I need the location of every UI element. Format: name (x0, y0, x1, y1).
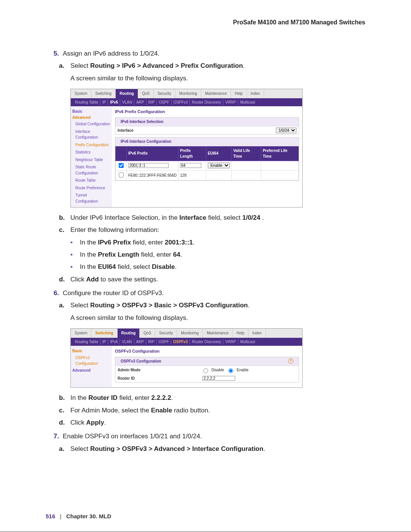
subtab2-vlan[interactable]: VLAN (120, 339, 134, 345)
admin-mode-label: Admin Mode (118, 367, 163, 373)
subtab2-ospfv3[interactable]: OSPFv3 (171, 339, 190, 345)
th-prefix-length: Prefix Length (178, 146, 206, 161)
side-advanced[interactable]: Advanced (72, 115, 110, 121)
th-preferred-life: Preferred Life Time (261, 146, 299, 161)
bullet-icon: • (70, 250, 80, 260)
subtab-ospf[interactable]: OSPF (157, 99, 171, 105)
tab-help[interactable]: Help (231, 89, 247, 98)
sidebar: Basic Advanced Global Configuration Inte… (71, 106, 112, 207)
page-header: ProSafe M4100 and M7100 Managed Switches (46, 19, 365, 26)
step-6b-num: b. (59, 393, 70, 403)
subtab-rip[interactable]: RIP (147, 99, 157, 105)
side-static-route[interactable]: Static Route Configuration (72, 163, 110, 177)
side-route-table[interactable]: Route Table (72, 177, 110, 184)
main-title-2: OSPFv3 Configuration (115, 348, 299, 355)
step-6d-num: d. (59, 418, 70, 428)
subtab-ipv6[interactable]: IPv6 (108, 99, 120, 105)
tab-maintenance[interactable]: Maintenance (201, 89, 231, 98)
router-id-input[interactable] (202, 376, 235, 381)
step-7a-num: a. (59, 444, 70, 454)
step-7-text: Enable OSPFv3 on interfaces 1/0/21 and 1… (63, 431, 365, 441)
step-6b-body: In the Router ID field, enter 2.2.2.2. (70, 393, 365, 403)
tab2-maintenance[interactable]: Maintenance (203, 329, 233, 338)
step-5d-num: d. (59, 275, 70, 284)
side-neighbour-table[interactable]: Neighbour Table (72, 156, 110, 164)
subtab2-rip[interactable]: RIP (146, 339, 157, 345)
tab-system[interactable]: System (71, 89, 91, 98)
tab2-monitoring[interactable]: Monitoring (177, 329, 203, 338)
side-prefix-config[interactable]: Prefix Configuration (72, 141, 110, 149)
step-5b-num: b. (59, 213, 70, 223)
tab2-system[interactable]: System (71, 329, 91, 338)
main-tabs: System Switching Routing QoS Security Mo… (71, 89, 302, 98)
subtab2-multicast[interactable]: Multicast (238, 339, 257, 345)
subtab2-ip[interactable]: IP (100, 339, 108, 345)
row1-prefix-input[interactable] (128, 163, 169, 168)
subtab2-vrrp[interactable]: VRRP (223, 339, 238, 345)
side2-advanced[interactable]: Advanced (72, 367, 110, 374)
subtab-ip[interactable]: IP (100, 99, 108, 105)
interface-select[interactable]: 1/0/24 (276, 128, 296, 133)
step-7a-body: Select Routing > OSPFv3 > Advanced > Int… (70, 444, 365, 454)
subtab-arp[interactable]: ARP (134, 99, 147, 105)
tab2-qos[interactable]: QoS (140, 329, 155, 338)
bullet-5c2: In the Prefix Length field, enter 64. (80, 250, 365, 260)
tab-security[interactable]: Security (154, 89, 175, 98)
admin-disable-radio[interactable] (203, 368, 208, 373)
sub-tabs-2: Routing Table IP IPv6 VLAN ARP RIP OSPF … (71, 338, 302, 346)
tab-monitoring[interactable]: Monitoring (175, 89, 201, 98)
row1-length-input[interactable] (180, 163, 201, 168)
tab2-security[interactable]: Security (155, 329, 177, 338)
tab2-routing[interactable]: Routing (118, 329, 140, 338)
tab-qos[interactable]: QoS (138, 89, 154, 98)
main-tabs-2: System Switching Routing QoS Security Mo… (71, 329, 302, 338)
panel-interface-selection: IPv6 Interface Selection (115, 118, 299, 126)
tab2-help[interactable]: Help (233, 329, 249, 338)
subtab-vrrp[interactable]: VRRP (223, 99, 238, 105)
side-statistics[interactable]: Statistics (72, 149, 110, 156)
row2-length: 128 (178, 171, 206, 181)
subtab-routing-table[interactable]: Routing Table (73, 99, 100, 105)
sidebar-2: Basic OSPFv3 Configuration Advanced (71, 346, 112, 387)
tab-index[interactable]: Index (247, 89, 264, 98)
side2-basic[interactable]: Basic (72, 348, 110, 354)
row1-checkbox[interactable] (119, 163, 124, 168)
row1-eui64-select[interactable]: Enable (208, 163, 230, 168)
tab2-index[interactable]: Index (249, 329, 266, 338)
side-tunnel-config[interactable]: Tunnel Configuration (72, 192, 110, 205)
side-interface-config[interactable]: Interface Configuration (72, 128, 110, 141)
chapter-label: Chapter 30. MLD (66, 513, 111, 519)
row2-checkbox[interactable] (119, 173, 124, 177)
subtab2-router-discovery[interactable]: Router Discovery (190, 339, 223, 345)
subtab-multicast[interactable]: Multicast (238, 99, 257, 105)
sub-tabs: Routing Table IP IPv6 VLAN ARP RIP OSPF … (71, 98, 302, 107)
tab-switching[interactable]: Switching (91, 89, 116, 98)
step-7-num: 7. (46, 431, 63, 441)
side-basic[interactable]: Basic (72, 109, 110, 115)
router-id-label: Router ID (118, 375, 163, 382)
subtab2-ospf[interactable]: OSPF (157, 339, 171, 345)
tab-routing[interactable]: Routing (116, 89, 138, 98)
subtab2-routing-table[interactable]: Routing Table (73, 339, 100, 345)
subtab2-arp[interactable]: ARP (134, 339, 147, 345)
side2-ospfv3-config[interactable]: OSPFv3 Configuration (72, 354, 110, 367)
main-content: 5. Assign an IPv6 address to 1/0/24. a. … (46, 49, 365, 454)
panel-ospfv3-config: OSPFv3 Configuration ? (115, 357, 299, 366)
subtab-router-discovery[interactable]: Router Discovery (190, 99, 223, 105)
help-icon[interactable]: ? (288, 358, 293, 364)
side-global-config[interactable]: Global Configuration (72, 120, 110, 128)
step-5b-body: Under IPv6 Interface Selection, in the I… (70, 213, 365, 223)
subtab-ospfv3[interactable]: OSPFv3 (172, 99, 190, 105)
step-6c-body: For Admin Mode, select the Enable radio … (70, 406, 365, 415)
step-6d-body: Click Apply. (70, 418, 365, 428)
table-row: Enable (116, 161, 299, 171)
admin-enable-radio[interactable] (228, 368, 233, 373)
step-5c-body: Enter the following information: (70, 225, 365, 235)
step-5-num: 5. (46, 49, 63, 59)
bullet-5c3: In the EUI64 field, select Disable. (80, 262, 365, 272)
step-5d-body: Click Add to save the settings. (70, 275, 365, 284)
subtab2-ipv6[interactable]: IPv6 (108, 339, 120, 345)
side-route-preference[interactable]: Route Preference (72, 184, 110, 192)
subtab-vlan[interactable]: VLAN (120, 99, 134, 105)
tab2-switching[interactable]: Switching (91, 329, 117, 338)
